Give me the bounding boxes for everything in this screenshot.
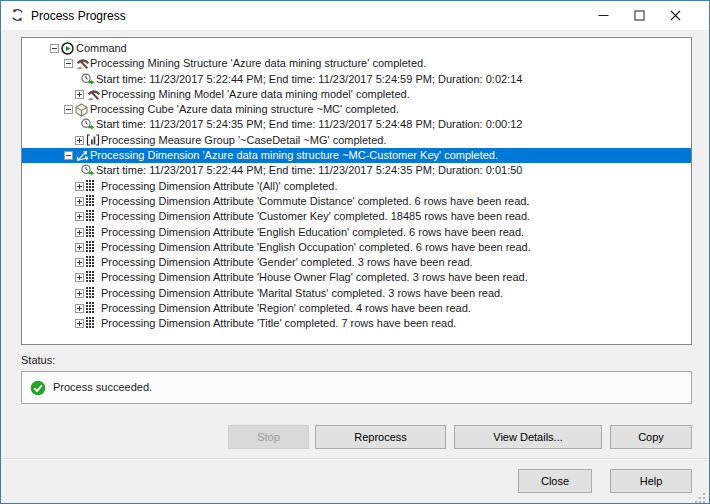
tree-item[interactable]: Processing Dimension Attribute 'Marital … [22, 286, 691, 301]
tree-item-label: Processing Dimension Attribute 'Commute … [101, 194, 530, 209]
tree-item[interactable]: Processing Dimension Attribute 'Title' c… [22, 316, 691, 331]
tree-item[interactable]: Processing Dimension Attribute 'English … [22, 225, 691, 240]
clock-icon [81, 73, 95, 86]
tree-item[interactable]: Processing Measure Group '~CaseDetail ~M… [22, 133, 691, 148]
mining-structure-icon [75, 57, 90, 70]
attribute-grid-icon [86, 287, 94, 298]
attribute-grid-icon [86, 317, 94, 328]
close-dialog-button[interactable]: Close [518, 469, 592, 493]
expand-icon[interactable] [75, 182, 84, 191]
window-title: Process Progress [31, 9, 126, 23]
tree-item-label: Processing Mining Structure 'Azure data … [90, 56, 426, 71]
tree-item-label: Start time: 11/23/2017 5:24:35 PM; End t… [96, 117, 522, 132]
process-arrows-icon [10, 8, 25, 22]
status-label: Status: [21, 354, 55, 366]
play-circle-icon [61, 42, 74, 55]
tree-item[interactable]: Processing Cube 'Azure data mining struc… [22, 102, 691, 117]
tree-item[interactable]: Processing Dimension Attribute 'Region' … [22, 301, 691, 316]
reprocess-button[interactable]: Reprocess [315, 425, 446, 449]
tree-item-label: Start time: 11/23/2017 5:22:44 PM; End t… [96, 72, 522, 87]
expand-icon[interactable] [75, 289, 84, 298]
expand-icon[interactable] [75, 273, 84, 282]
mining-model-icon [86, 88, 101, 101]
attribute-grid-icon [86, 210, 94, 221]
stop-button[interactable]: Stop [228, 425, 309, 449]
tree-item-label: Processing Dimension 'Azure data mining … [90, 148, 498, 163]
expand-icon[interactable] [75, 136, 84, 145]
process-tree: CommandProcessing Mining Structure 'Azur… [21, 37, 692, 345]
collapse-icon[interactable] [50, 44, 59, 53]
tree-item[interactable]: Command [22, 41, 691, 56]
attribute-grid-icon [86, 241, 94, 252]
titlebar[interactable]: Process Progress [1, 1, 709, 30]
clock-icon [81, 164, 95, 177]
tree-item-label: Processing Mining Model 'Azure data mini… [101, 87, 410, 102]
expand-icon[interactable] [75, 90, 84, 99]
tree-item-label: Command [76, 41, 127, 56]
tree-item-label: Processing Measure Group '~CaseDetail ~M… [101, 133, 386, 148]
minimize-button[interactable] [585, 1, 621, 30]
tree-item[interactable]: Processing Dimension Attribute 'Gender' … [22, 255, 691, 270]
tree-item[interactable]: Processing Dimension Attribute 'Commute … [22, 194, 691, 209]
tree-item[interactable]: Processing Dimension Attribute 'Customer… [22, 209, 691, 224]
maximize-button[interactable] [621, 1, 657, 30]
tree-item[interactable]: Start time: 11/23/2017 5:24:35 PM; End t… [22, 117, 691, 132]
tree-item-label: Processing Dimension Attribute 'House Ow… [101, 270, 528, 285]
attribute-grid-icon [86, 302, 94, 313]
check-circle-icon [30, 380, 46, 396]
attribute-grid-icon [86, 226, 94, 237]
tree-item-label: Processing Dimension Attribute 'Title' c… [101, 316, 456, 331]
tree-item-label: Start time: 11/23/2017 5:22:44 PM; End t… [96, 163, 522, 178]
expand-icon[interactable] [75, 228, 84, 237]
expand-icon[interactable] [75, 304, 84, 313]
collapse-icon[interactable] [64, 151, 73, 160]
attribute-grid-icon [86, 195, 94, 206]
tree-item-label: Processing Dimension Attribute 'English … [101, 240, 531, 255]
tree-item[interactable]: Processing Dimension 'Azure data mining … [22, 148, 691, 163]
collapse-icon[interactable] [64, 105, 73, 114]
attribute-grid-icon [86, 271, 94, 282]
attribute-grid-icon [86, 180, 94, 191]
help-button[interactable]: Help [610, 469, 692, 493]
clock-icon [81, 118, 95, 131]
tree-item-label: Processing Dimension Attribute 'Region' … [101, 301, 471, 316]
tree-item-label: Processing Dimension Attribute 'Gender' … [101, 255, 473, 270]
separator-highlight [1, 459, 710, 460]
expand-icon[interactable] [75, 197, 84, 206]
tree-item-label: Processing Dimension Attribute 'Marital … [101, 286, 503, 301]
expand-icon[interactable] [75, 243, 84, 252]
status-message: Process succeeded. [53, 372, 152, 403]
tree-item[interactable]: Start time: 11/23/2017 5:22:44 PM; End t… [22, 72, 691, 87]
collapse-icon[interactable] [64, 59, 73, 68]
tree-item[interactable]: Processing Dimension Attribute '(All)' c… [22, 179, 691, 194]
expand-icon[interactable] [75, 258, 84, 267]
process-progress-dialog: Process Progress CommandProcessing Minin… [0, 0, 710, 504]
copy-button[interactable]: Copy [610, 425, 692, 449]
tree-item[interactable]: Processing Mining Model 'Azure data mini… [22, 87, 691, 102]
tree-item[interactable]: Processing Mining Structure 'Azure data … [22, 56, 691, 71]
tree-item[interactable]: Start time: 11/23/2017 5:22:44 PM; End t… [22, 163, 691, 178]
dimension-icon [75, 149, 90, 162]
tree-item[interactable]: Processing Dimension Attribute 'English … [22, 240, 691, 255]
tree-item-label: Processing Dimension Attribute 'Customer… [101, 209, 530, 224]
expand-icon[interactable] [75, 319, 84, 328]
attribute-grid-icon [86, 256, 94, 267]
tree-item-label: Processing Dimension Attribute '(All)' c… [101, 179, 338, 194]
close-button[interactable] [657, 1, 693, 30]
measure-group-icon [86, 134, 100, 146]
tree-item-label: Processing Cube 'Azure data mining struc… [90, 102, 399, 117]
expand-icon[interactable] [75, 212, 84, 221]
tree-item-label: Processing Dimension Attribute 'English … [101, 225, 524, 240]
tree-item[interactable]: Processing Dimension Attribute 'House Ow… [22, 270, 691, 285]
status-box: Process succeeded. [21, 371, 692, 404]
resize-grip[interactable] [695, 490, 706, 501]
cube-icon [75, 103, 88, 117]
view-details-button[interactable]: View Details... [454, 425, 602, 449]
